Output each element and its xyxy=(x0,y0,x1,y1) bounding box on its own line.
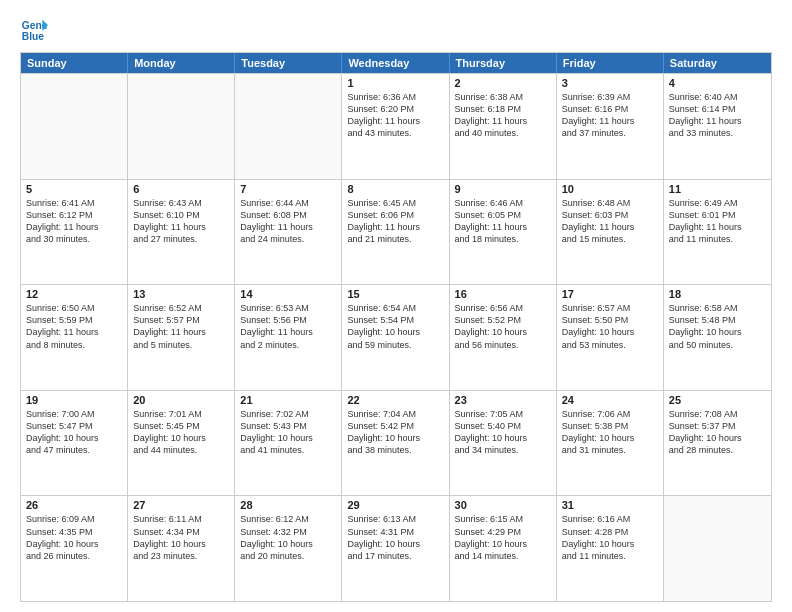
day-number: 15 xyxy=(347,288,443,300)
day-info: Sunrise: 6:53 AM Sunset: 5:56 PM Dayligh… xyxy=(240,302,336,351)
day-cell-12: 12Sunrise: 6:50 AM Sunset: 5:59 PM Dayli… xyxy=(21,285,128,390)
weekday-header-wednesday: Wednesday xyxy=(342,53,449,73)
empty-cell-4-6 xyxy=(664,496,771,601)
day-number: 22 xyxy=(347,394,443,406)
day-number: 12 xyxy=(26,288,122,300)
day-info: Sunrise: 6:48 AM Sunset: 6:03 PM Dayligh… xyxy=(562,197,658,246)
day-number: 14 xyxy=(240,288,336,300)
day-number: 7 xyxy=(240,183,336,195)
empty-cell-0-1 xyxy=(128,74,235,179)
day-info: Sunrise: 7:00 AM Sunset: 5:47 PM Dayligh… xyxy=(26,408,122,457)
day-cell-16: 16Sunrise: 6:56 AM Sunset: 5:52 PM Dayli… xyxy=(450,285,557,390)
day-number: 4 xyxy=(669,77,766,89)
calendar-row-4: 26Sunrise: 6:09 AM Sunset: 4:35 PM Dayli… xyxy=(21,495,771,601)
day-cell-20: 20Sunrise: 7:01 AM Sunset: 5:45 PM Dayli… xyxy=(128,391,235,496)
day-cell-27: 27Sunrise: 6:11 AM Sunset: 4:34 PM Dayli… xyxy=(128,496,235,601)
day-info: Sunrise: 6:36 AM Sunset: 6:20 PM Dayligh… xyxy=(347,91,443,140)
day-info: Sunrise: 6:54 AM Sunset: 5:54 PM Dayligh… xyxy=(347,302,443,351)
day-cell-1: 1Sunrise: 6:36 AM Sunset: 6:20 PM Daylig… xyxy=(342,74,449,179)
calendar-body: 1Sunrise: 6:36 AM Sunset: 6:20 PM Daylig… xyxy=(21,73,771,601)
calendar: SundayMondayTuesdayWednesdayThursdayFrid… xyxy=(20,52,772,602)
day-cell-13: 13Sunrise: 6:52 AM Sunset: 5:57 PM Dayli… xyxy=(128,285,235,390)
day-cell-18: 18Sunrise: 6:58 AM Sunset: 5:48 PM Dayli… xyxy=(664,285,771,390)
calendar-row-3: 19Sunrise: 7:00 AM Sunset: 5:47 PM Dayli… xyxy=(21,390,771,496)
day-cell-6: 6Sunrise: 6:43 AM Sunset: 6:10 PM Daylig… xyxy=(128,180,235,285)
day-number: 5 xyxy=(26,183,122,195)
logo-icon: General Blue xyxy=(20,16,48,44)
calendar-row-1: 5Sunrise: 6:41 AM Sunset: 6:12 PM Daylig… xyxy=(21,179,771,285)
day-number: 19 xyxy=(26,394,122,406)
day-number: 8 xyxy=(347,183,443,195)
day-cell-10: 10Sunrise: 6:48 AM Sunset: 6:03 PM Dayli… xyxy=(557,180,664,285)
weekday-header-saturday: Saturday xyxy=(664,53,771,73)
page-header: General Blue xyxy=(20,16,772,44)
day-info: Sunrise: 6:57 AM Sunset: 5:50 PM Dayligh… xyxy=(562,302,658,351)
weekday-header-monday: Monday xyxy=(128,53,235,73)
day-cell-23: 23Sunrise: 7:05 AM Sunset: 5:40 PM Dayli… xyxy=(450,391,557,496)
day-cell-5: 5Sunrise: 6:41 AM Sunset: 6:12 PM Daylig… xyxy=(21,180,128,285)
day-number: 11 xyxy=(669,183,766,195)
day-info: Sunrise: 6:13 AM Sunset: 4:31 PM Dayligh… xyxy=(347,513,443,562)
day-number: 1 xyxy=(347,77,443,89)
weekday-header-tuesday: Tuesday xyxy=(235,53,342,73)
day-number: 27 xyxy=(133,499,229,511)
day-number: 18 xyxy=(669,288,766,300)
day-cell-22: 22Sunrise: 7:04 AM Sunset: 5:42 PM Dayli… xyxy=(342,391,449,496)
day-cell-26: 26Sunrise: 6:09 AM Sunset: 4:35 PM Dayli… xyxy=(21,496,128,601)
day-info: Sunrise: 7:04 AM Sunset: 5:42 PM Dayligh… xyxy=(347,408,443,457)
day-number: 23 xyxy=(455,394,551,406)
day-cell-25: 25Sunrise: 7:08 AM Sunset: 5:37 PM Dayli… xyxy=(664,391,771,496)
day-number: 16 xyxy=(455,288,551,300)
weekday-header-friday: Friday xyxy=(557,53,664,73)
day-number: 24 xyxy=(562,394,658,406)
empty-cell-0-2 xyxy=(235,74,342,179)
day-info: Sunrise: 6:38 AM Sunset: 6:18 PM Dayligh… xyxy=(455,91,551,140)
day-info: Sunrise: 6:45 AM Sunset: 6:06 PM Dayligh… xyxy=(347,197,443,246)
day-info: Sunrise: 6:09 AM Sunset: 4:35 PM Dayligh… xyxy=(26,513,122,562)
day-cell-15: 15Sunrise: 6:54 AM Sunset: 5:54 PM Dayli… xyxy=(342,285,449,390)
day-number: 3 xyxy=(562,77,658,89)
day-info: Sunrise: 6:12 AM Sunset: 4:32 PM Dayligh… xyxy=(240,513,336,562)
logo: General Blue xyxy=(20,16,52,44)
day-number: 26 xyxy=(26,499,122,511)
day-number: 2 xyxy=(455,77,551,89)
day-info: Sunrise: 6:43 AM Sunset: 6:10 PM Dayligh… xyxy=(133,197,229,246)
weekday-header-sunday: Sunday xyxy=(21,53,128,73)
day-info: Sunrise: 6:16 AM Sunset: 4:28 PM Dayligh… xyxy=(562,513,658,562)
day-cell-29: 29Sunrise: 6:13 AM Sunset: 4:31 PM Dayli… xyxy=(342,496,449,601)
day-info: Sunrise: 6:50 AM Sunset: 5:59 PM Dayligh… xyxy=(26,302,122,351)
day-cell-21: 21Sunrise: 7:02 AM Sunset: 5:43 PM Dayli… xyxy=(235,391,342,496)
day-cell-2: 2Sunrise: 6:38 AM Sunset: 6:18 PM Daylig… xyxy=(450,74,557,179)
day-number: 25 xyxy=(669,394,766,406)
day-number: 13 xyxy=(133,288,229,300)
day-info: Sunrise: 6:58 AM Sunset: 5:48 PM Dayligh… xyxy=(669,302,766,351)
day-info: Sunrise: 7:01 AM Sunset: 5:45 PM Dayligh… xyxy=(133,408,229,457)
day-cell-28: 28Sunrise: 6:12 AM Sunset: 4:32 PM Dayli… xyxy=(235,496,342,601)
empty-cell-0-0 xyxy=(21,74,128,179)
day-cell-24: 24Sunrise: 7:06 AM Sunset: 5:38 PM Dayli… xyxy=(557,391,664,496)
day-number: 9 xyxy=(455,183,551,195)
day-info: Sunrise: 6:40 AM Sunset: 6:14 PM Dayligh… xyxy=(669,91,766,140)
day-cell-30: 30Sunrise: 6:15 AM Sunset: 4:29 PM Dayli… xyxy=(450,496,557,601)
day-cell-4: 4Sunrise: 6:40 AM Sunset: 6:14 PM Daylig… xyxy=(664,74,771,179)
day-number: 21 xyxy=(240,394,336,406)
day-info: Sunrise: 7:05 AM Sunset: 5:40 PM Dayligh… xyxy=(455,408,551,457)
svg-text:Blue: Blue xyxy=(22,31,45,42)
day-info: Sunrise: 6:41 AM Sunset: 6:12 PM Dayligh… xyxy=(26,197,122,246)
day-info: Sunrise: 6:56 AM Sunset: 5:52 PM Dayligh… xyxy=(455,302,551,351)
calendar-header: SundayMondayTuesdayWednesdayThursdayFrid… xyxy=(21,53,771,73)
day-cell-7: 7Sunrise: 6:44 AM Sunset: 6:08 PM Daylig… xyxy=(235,180,342,285)
day-number: 20 xyxy=(133,394,229,406)
day-info: Sunrise: 7:06 AM Sunset: 5:38 PM Dayligh… xyxy=(562,408,658,457)
day-info: Sunrise: 7:02 AM Sunset: 5:43 PM Dayligh… xyxy=(240,408,336,457)
day-cell-8: 8Sunrise: 6:45 AM Sunset: 6:06 PM Daylig… xyxy=(342,180,449,285)
day-cell-14: 14Sunrise: 6:53 AM Sunset: 5:56 PM Dayli… xyxy=(235,285,342,390)
day-cell-31: 31Sunrise: 6:16 AM Sunset: 4:28 PM Dayli… xyxy=(557,496,664,601)
day-info: Sunrise: 6:44 AM Sunset: 6:08 PM Dayligh… xyxy=(240,197,336,246)
day-info: Sunrise: 6:11 AM Sunset: 4:34 PM Dayligh… xyxy=(133,513,229,562)
day-info: Sunrise: 6:46 AM Sunset: 6:05 PM Dayligh… xyxy=(455,197,551,246)
day-info: Sunrise: 7:08 AM Sunset: 5:37 PM Dayligh… xyxy=(669,408,766,457)
day-cell-11: 11Sunrise: 6:49 AM Sunset: 6:01 PM Dayli… xyxy=(664,180,771,285)
weekday-header-thursday: Thursday xyxy=(450,53,557,73)
day-number: 28 xyxy=(240,499,336,511)
